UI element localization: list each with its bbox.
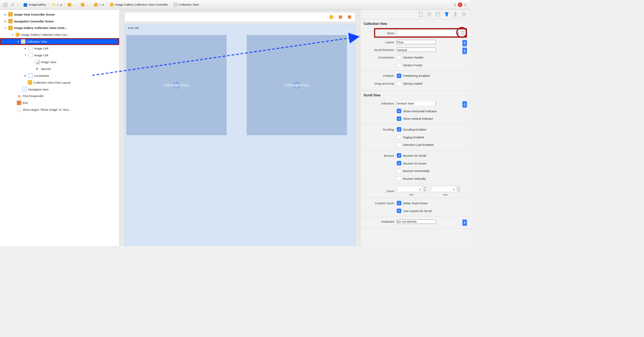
crumb-folder[interactable]: 📁I...y [51,2,63,7]
scene-icon [94,3,98,7]
zoom-min-field[interactable] [397,186,422,192]
crumb-controller[interactable]: Image Gallery Collection View Controller [109,2,169,7]
disclosure-icon[interactable]: ▶ [4,13,7,16]
layout-select[interactable] [397,40,436,44]
keyboard-select[interactable] [397,219,436,224]
zoom-max-field[interactable] [431,186,457,192]
outline-spinner[interactable]: ✳Spinner [0,65,119,72]
scrolling-label: Scrolling [364,128,397,131]
bounce-v-label: Bounce Vertically [403,177,426,180]
image-icon [35,60,40,64]
springloaded-checkbox[interactable] [397,81,401,86]
delay-touch-checkbox[interactable] [397,201,401,205]
disclosure-icon[interactable]: ▼ [4,27,7,29]
first-responder-icon[interactable] [338,15,343,19]
outline-controller[interactable]: ▼Image Gallery Collection View Con... [0,31,119,38]
interface-builder-canvas[interactable]: 9:41 AM UIImageView UIImageView [119,10,360,246]
zoom-label: Zoom [364,189,397,192]
crumb-collectionview[interactable]: Collection View [173,3,200,7]
svg-rect-1 [6,3,7,4]
indicators-select[interactable] [397,101,436,105]
bounce-h-checkbox[interactable] [397,168,401,173]
crumb-scene[interactable]: I...e [93,3,105,7]
disclosure-icon[interactable]: ▶ [24,74,27,77]
file-inspector-icon[interactable] [419,12,423,17]
disclosure-icon[interactable]: ▼ [17,40,20,43]
bounce-v-checkbox[interactable] [397,176,401,181]
controller-icon [110,2,114,7]
prefetch-checkbox[interactable] [397,74,401,78]
scrolldir-select[interactable] [397,48,436,52]
crumb-file[interactable]: ... [67,3,76,7]
outline-scene[interactable]: ▶Navigation Controller Scene [0,18,119,25]
status-bar: 9:41 AM [125,24,355,31]
disclosure-icon[interactable]: ▼ [12,34,14,36]
outline-exit[interactable]: Exit [0,99,119,106]
svg-point-4 [329,15,334,19]
prev-issue-button[interactable] [452,2,458,7]
size-inspector-icon[interactable] [453,12,457,16]
outline-first-responder[interactable]: ◉First Responder [0,93,119,99]
identity-inspector-icon[interactable] [436,12,440,16]
prefetch-label: Prefetch [364,74,397,77]
connections-inspector-icon[interactable] [461,12,466,16]
zoom-min-label: Min [409,193,413,196]
stepper-buttons[interactable]: ▲▼ [457,186,460,192]
outline-scene[interactable]: ▼Image Gallery Collection View Contr... [0,25,119,31]
section-header-checkbox[interactable] [397,55,401,60]
delay-touch-label: Delay Touch Down [403,201,428,205]
keyboard-label: Keyboard [364,220,397,223]
paging-label: Paging Enabled [403,135,424,139]
disclosure-icon[interactable]: ▼ [24,54,27,56]
collection-cell-1[interactable]: UIImageView [127,35,226,135]
cancel-scroll-checkbox[interactable] [397,209,401,213]
bounce-scroll-checkbox[interactable] [397,153,401,158]
scrolling-enabled-checkbox[interactable] [397,127,401,132]
cell-placeholder-label: UIImageView [284,83,310,87]
outline-imageview[interactable]: Image View [0,58,119,65]
show-v-indicator-checkbox[interactable] [397,116,401,121]
document-outline[interactable]: ▶Image View Controller Scene ▶Navigation… [0,10,119,246]
items-stepper[interactable] [397,30,461,36]
attributes-inspector-icon[interactable] [444,12,449,17]
dirlock-checkbox[interactable] [397,142,401,147]
outline-scene[interactable]: ▶Image View Controller Scene [0,11,119,18]
show-h-indicator-checkbox[interactable] [397,109,401,113]
collection-cell-2[interactable]: UIImageView [247,35,347,135]
outline-cell[interactable]: ▶Image Cell [0,45,119,52]
scene-icon [8,19,13,24]
outline-flowlayout[interactable]: Collection View Flow Layout [0,79,119,86]
indicators-label: Indicators [364,102,397,105]
paging-checkbox[interactable] [397,135,401,140]
outline-constraints[interactable]: ▶Constraints [0,72,119,79]
cell-placeholder-label: UIImageView [164,83,189,87]
outline-navitem[interactable]: <Navigation Item [0,86,119,93]
crumb-project[interactable]: 🟦ImageGallery [22,2,47,7]
svg-rect-27 [436,12,440,16]
stepper-buttons[interactable]: ▲▼ [423,186,426,192]
exit-icon[interactable] [347,15,352,19]
disclosure-icon[interactable]: ▶ [4,20,7,22]
next-issue-button[interactable] [462,2,468,7]
crumb-file2[interactable]: ... [80,3,89,7]
device-preview[interactable]: 9:41 AM UIImageView UIImageView [124,24,355,246]
first-responder-icon: ◉ [17,94,21,98]
forward-button[interactable] [16,2,21,7]
outline-cell[interactable]: ▼Image Cell [0,52,119,58]
controller-icon[interactable] [329,15,334,19]
outline-segue[interactable]: <Show segue "Show Image" to "Ima... [0,106,119,113]
scrolldir-label: Scroll Direction [364,48,397,51]
disclosure-icon[interactable]: ▶ [24,47,27,49]
breadcrumbs: 🟦ImageGallery 〉 📁I...y 〉 ... 〉 ... 〉 I..… [22,2,451,7]
bounce-zoom-label: Bounce On Zoom [403,161,426,165]
back-button[interactable] [10,2,16,7]
related-items-icon[interactable] [2,2,8,7]
help-inspector-icon[interactable]: ? [427,12,432,16]
error-badge[interactable]: ! [458,2,463,7]
bounce-zoom-checkbox[interactable] [397,161,401,166]
section-footer-checkbox[interactable] [397,63,401,67]
chevron-right-icon: 〉 [63,2,67,7]
outline-collection-view[interactable]: ▼Collection View [0,38,119,45]
scrolling-enabled-label: Scrolling Enabled [403,128,426,131]
dragdrop-label: Drag and Drop [364,82,397,85]
